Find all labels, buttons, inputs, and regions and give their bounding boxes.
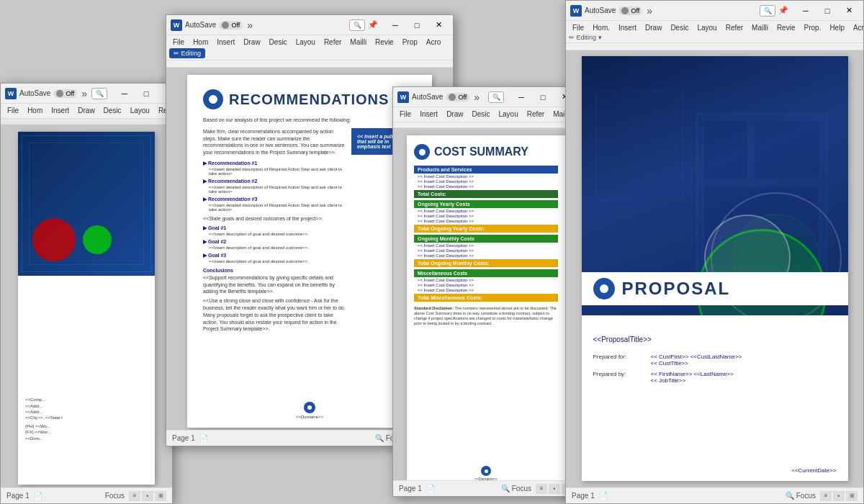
recommendation-3: ▶ Recommendation #3 <<Insert detailed de… xyxy=(203,197,346,212)
tab-acro-4[interactable]: Acro xyxy=(850,22,864,33)
ribbon-tabs-2: File Hom Insert Draw Desic Layou Refer M… xyxy=(169,37,450,48)
word-icon-2: W xyxy=(171,19,182,31)
ruler-1 xyxy=(1,119,172,125)
recommendation-2: ▶ Recommendation #2 <<Insert detailed de… xyxy=(203,179,346,194)
maximize-btn-4[interactable]: □ xyxy=(817,4,837,18)
focus-label-1[interactable]: Focus xyxy=(105,492,125,500)
pin-icon-4[interactable]: 📌 xyxy=(778,6,788,15)
tab-insert-4[interactable]: Insert xyxy=(615,22,640,33)
svg-rect-0 xyxy=(596,92,683,200)
prepared-for-row: Prepared for: << CustFirst>> <<CustLastN… xyxy=(593,354,837,366)
monthly-row-3: << Insert Cost Description >> xyxy=(418,253,558,258)
view-btn-1-4[interactable]: ≡ xyxy=(820,491,832,501)
tab-draw-4[interactable]: Draw xyxy=(642,22,665,33)
tab-layou-3[interactable]: Layou xyxy=(495,109,522,120)
tab-revie-4[interactable]: Revie xyxy=(773,22,799,33)
tab-draw-2[interactable]: Draw xyxy=(240,37,264,48)
minimize-btn-2[interactable]: ─ xyxy=(385,18,405,32)
focus-label-4[interactable]: 🔍 Focus xyxy=(786,492,816,500)
yearly-row-2: << Insert Cost Description >> xyxy=(418,214,558,218)
tab-home-4[interactable]: Hom. xyxy=(589,22,613,33)
word-count-icon-2: 📄 xyxy=(199,434,208,442)
maximize-btn-1[interactable]: □ xyxy=(136,86,156,101)
doc-area-3: COST SUMMARY Products and Services << In… xyxy=(393,128,579,480)
tab-draw-3[interactable]: Draw xyxy=(443,109,467,120)
word-window-proposal[interactable]: W AutoSave Off » 🔍 📌 ─ □ ✕ File Hom. Ins… xyxy=(565,0,864,504)
prepared-by-row: Prepared by: << FirstName>> <<LastName>>… xyxy=(593,371,837,384)
tab-insert-1[interactable]: Insert xyxy=(48,105,73,116)
autosave-toggle-3[interactable]: Off xyxy=(446,93,469,102)
tab-help-4[interactable]: Help xyxy=(826,22,848,33)
current-date: <<CurrentDate>> xyxy=(791,467,836,474)
focus-label-3[interactable]: 🔍 Focus xyxy=(501,485,531,492)
tab-refer-3[interactable]: Refer xyxy=(523,109,548,120)
tab-mailli-2[interactable]: Mailli xyxy=(346,37,370,48)
pin-icon-2[interactable]: 📌 xyxy=(368,20,378,30)
view-btn-read-1[interactable]: ≡ xyxy=(129,491,140,501)
tab-layou-4[interactable]: Layou xyxy=(693,22,720,33)
view-btn-print-1[interactable]: ▪ xyxy=(142,491,153,501)
tab-file-2[interactable]: File xyxy=(169,37,188,48)
search-btn-2[interactable]: 🔍 xyxy=(349,19,365,31)
view-btn-2-4[interactable]: ▪ xyxy=(833,491,845,501)
word-window-recommendations-bg[interactable]: W AutoSave Off » 🔍 ─ □ ✕ File Hom Insert… xyxy=(0,83,173,504)
prepared-by-label: Prepared by: xyxy=(593,371,644,384)
svg-rect-1 xyxy=(603,99,675,121)
autosave-toggle-4[interactable]: Off xyxy=(618,6,642,15)
window-controls-2: ─ □ ✕ xyxy=(385,18,449,32)
view-btn-2-3[interactable]: ▪ xyxy=(549,484,560,494)
cost-section-monthly: Ongoing Monthly Costs << Insert Cost Des… xyxy=(414,235,558,267)
minimize-btn-1[interactable]: ─ xyxy=(114,86,135,101)
tab-home-1[interactable]: Hom xyxy=(24,105,46,116)
tab-draw-1[interactable]: Draw xyxy=(74,105,98,116)
prepared-by-job: << JobTitle>> xyxy=(651,377,734,384)
tab-revie-2[interactable]: Revie xyxy=(372,37,397,48)
word-window-cost-summary[interactable]: W AutoSave Off » 🔍 ─ □ ✕ File Insert Dra… xyxy=(392,86,580,497)
tab-prop-4[interactable]: Prop. xyxy=(800,22,824,33)
tab-prop-2[interactable]: Prop xyxy=(399,37,421,48)
tab-file-3[interactable]: File xyxy=(396,109,415,120)
monthly-row-1: << Insert Cost Description >> xyxy=(418,243,558,248)
tab-refer-4[interactable]: Refer xyxy=(722,22,747,33)
tab-insert-3[interactable]: Insert xyxy=(416,109,441,120)
ribbon-1: File Hom Insert Draw Desic Layou Refer M… xyxy=(1,104,172,119)
minimize-btn-4[interactable]: ─ xyxy=(796,4,816,18)
word-icon-4: W xyxy=(570,5,582,17)
misc-header: Miscellaneous Costs xyxy=(414,269,558,277)
tab-acro-2[interactable]: Acro xyxy=(423,37,445,48)
tab-desic-2[interactable]: Desic xyxy=(266,37,291,48)
close-btn-2[interactable]: ✕ xyxy=(428,18,449,32)
tab-file-4[interactable]: File xyxy=(569,22,588,33)
tab-desic-1[interactable]: Desic xyxy=(100,105,125,116)
view-btn-1-3[interactable]: ≡ xyxy=(536,484,547,494)
minimize-btn-3[interactable]: ─ xyxy=(511,90,531,104)
search-btn-3[interactable]: 🔍 xyxy=(488,91,504,103)
tab-desic-4[interactable]: Desic xyxy=(667,22,692,33)
tab-mailli-4[interactable]: Mailli xyxy=(748,22,772,33)
tab-refer-2[interactable]: Refer xyxy=(320,37,345,48)
tab-home-2[interactable]: Hom xyxy=(189,37,212,48)
view-btn-web-1[interactable]: ⊞ xyxy=(155,491,166,501)
autosave-toggle-1[interactable]: Off xyxy=(53,89,77,98)
title-more-3: » xyxy=(474,91,481,103)
maximize-btn-2[interactable]: □ xyxy=(407,18,427,32)
autosave-toggle-2[interactable]: Off xyxy=(219,21,243,30)
editing-btn-2[interactable]: ✏ Editing xyxy=(169,48,205,58)
prod-row-2: << Insert Cost Description >> xyxy=(418,179,558,184)
tab-layou-1[interactable]: Layou xyxy=(127,105,153,116)
maximize-btn-3[interactable]: □ xyxy=(533,90,553,104)
view-btn-3-4[interactable]: ⊞ xyxy=(846,491,858,501)
search-btn-1[interactable]: 🔍 xyxy=(91,88,107,99)
close-btn-4[interactable]: ✕ xyxy=(839,4,859,18)
cost-logo xyxy=(414,144,430,160)
doc-area-1: <<Comp... <<Addr... <<Addr... <<City>>, … xyxy=(1,125,172,487)
tab-desic-3[interactable]: Desic xyxy=(468,109,493,120)
recommendation-1: ▶ Recommendation #1 <<Insert detailed de… xyxy=(203,161,346,176)
search-btn-4[interactable]: 🔍 xyxy=(760,5,775,17)
page-3: COST SUMMARY Products and Services << In… xyxy=(407,135,565,480)
tab-insert-2[interactable]: Insert xyxy=(213,37,238,48)
date-container: <<CurrentDate>> xyxy=(791,467,836,474)
tab-layou-2[interactable]: Layou xyxy=(292,37,319,48)
total-costs: Total Costs: xyxy=(414,190,558,198)
tab-file-1[interactable]: File xyxy=(4,105,22,116)
